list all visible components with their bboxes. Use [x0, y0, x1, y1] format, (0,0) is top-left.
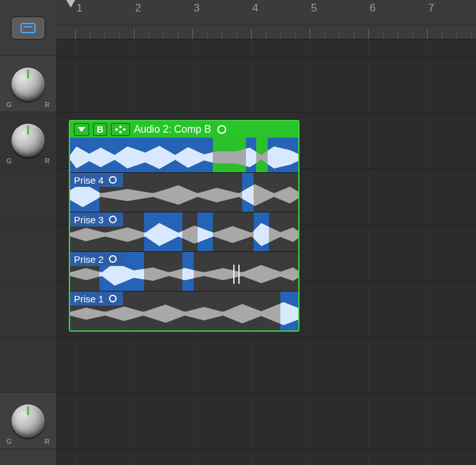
bar-number: 5: [311, 2, 317, 15]
loop-icon[interactable]: [109, 295, 117, 302]
bar-number: 1: [76, 2, 82, 15]
bar-number: 3: [194, 2, 199, 15]
take-label[interactable]: Prise 4: [70, 173, 123, 187]
automation-toggle-button[interactable]: [11, 17, 45, 40]
take-name: Prise 4: [74, 175, 104, 186]
pan-right-label: R: [45, 438, 50, 445]
marquee-cursor[interactable]: [233, 265, 240, 284]
loop-icon[interactable]: [109, 176, 117, 184]
take-lane[interactable]: Prise 2: [70, 251, 298, 291]
bar-number: 6: [370, 2, 375, 15]
pan-left-label: G: [6, 101, 12, 108]
track-head-1[interactable]: G R: [0, 56, 56, 112]
track-head-5[interactable]: [0, 281, 56, 337]
quick-swipe-icon: [115, 125, 126, 134]
take-label[interactable]: Prise 2: [70, 252, 123, 266]
bar-number: 2: [135, 2, 141, 15]
track-head-3[interactable]: [0, 168, 56, 225]
pan-scale: G R: [0, 157, 56, 165]
take-lane[interactable]: Prise 3: [70, 212, 298, 251]
arrange-area: 1234567 B Audio 2: Comp B: [56, 0, 476, 465]
beat-ruler[interactable]: [56, 25, 476, 39]
take-name: Prise 2: [74, 254, 104, 265]
region-title: Audio 2: Comp B: [134, 124, 211, 135]
automation-icon: [20, 23, 36, 33]
bar-number: 4: [252, 2, 258, 15]
track-header-sidebar: G R G R G R: [0, 0, 56, 465]
waveform: [70, 145, 298, 170]
take-lane[interactable]: Prise 4: [70, 172, 298, 212]
sidebar-top: [0, 0, 56, 56]
chevron-down-icon: [78, 127, 85, 132]
disclosure-button[interactable]: [74, 123, 89, 136]
tracks-area[interactable]: B Audio 2: Comp B Prise 4Prise 3Prise 2P…: [56, 40, 476, 465]
loop-icon[interactable]: [109, 255, 117, 263]
quick-swipe-button[interactable]: [111, 123, 130, 136]
pan-right-label: R: [45, 157, 50, 165]
pan-knob[interactable]: [11, 68, 45, 101]
bar-number: 7: [428, 2, 434, 15]
track-head-2[interactable]: G R: [0, 112, 56, 168]
loop-icon[interactable]: [217, 125, 226, 134]
take-lane[interactable]: Prise 1: [70, 291, 298, 330]
take-label[interactable]: Prise 1: [70, 292, 123, 306]
track-head-7[interactable]: G R: [0, 393, 56, 449]
comp-region[interactable]: B Audio 2: Comp B Prise 4Prise 3Prise 2P…: [69, 120, 299, 332]
timeline-ruler[interactable]: 1234567: [56, 0, 476, 40]
playhead-icon[interactable]: [66, 0, 75, 8]
pan-knob[interactable]: [11, 404, 45, 438]
track-head-4[interactable]: [0, 225, 56, 281]
loop-icon[interactable]: [109, 216, 117, 223]
comp-main-lane[interactable]: [70, 138, 298, 172]
pan-right-label: R: [45, 101, 50, 108]
pan-scale: G R: [0, 101, 56, 108]
comp-header[interactable]: B Audio 2: Comp B: [70, 121, 298, 138]
comp-letter-button[interactable]: B: [93, 123, 107, 136]
comp-letter: B: [97, 124, 103, 135]
pan-knob[interactable]: [11, 124, 45, 157]
take-label[interactable]: Prise 3: [70, 212, 123, 226]
pan-left-label: G: [6, 157, 12, 165]
track-head-6[interactable]: [0, 337, 56, 393]
take-name: Prise 1: [74, 293, 104, 304]
pan-left-label: G: [6, 438, 12, 445]
pan-scale: G R: [0, 438, 56, 445]
take-name: Prise 3: [74, 214, 104, 225]
